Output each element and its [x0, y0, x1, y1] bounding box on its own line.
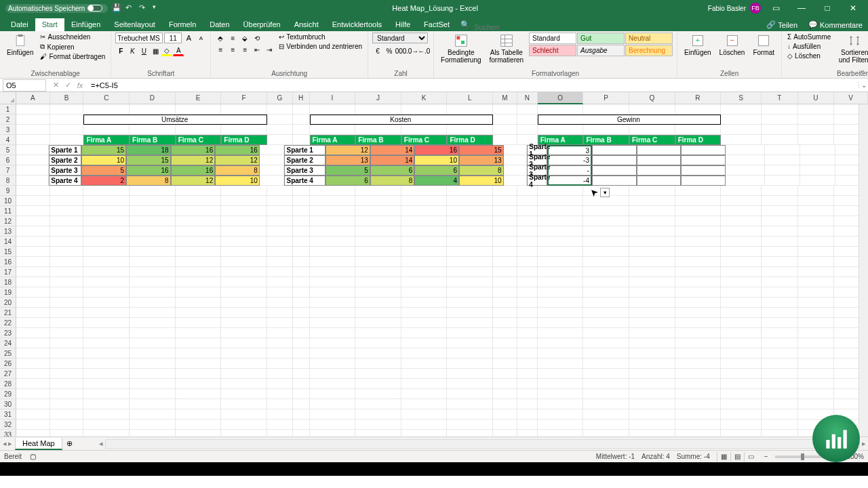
cell[interactable] [293, 348, 310, 359]
cell[interactable] [762, 186, 798, 196]
cell[interactable] [583, 389, 629, 399]
cell[interactable] [16, 318, 50, 328]
cell[interactable] [517, 104, 538, 115]
undo-icon[interactable]: ↶ [125, 3, 135, 13]
cell[interactable] [538, 369, 584, 379]
cell[interactable] [16, 328, 50, 338]
cell[interactable] [675, 420, 722, 430]
italic-button[interactable]: K [127, 45, 138, 56]
cell[interactable] [221, 409, 267, 420]
cell[interactable] [355, 369, 401, 379]
col-header-D[interactable]: D [130, 92, 176, 104]
cell[interactable] [293, 409, 310, 420]
cell[interactable] [221, 389, 267, 399]
cell[interactable] [798, 348, 835, 359]
cell[interactable] [504, 145, 528, 155]
cell[interactable] [221, 125, 267, 135]
cell[interactable] [538, 196, 584, 206]
cell[interactable]: Sparte 3 [284, 165, 326, 176]
clear-button[interactable]: ◇Löschen [786, 52, 832, 60]
ribbon-tab-formeln[interactable]: Formeln [162, 18, 203, 31]
cell[interactable] [675, 267, 722, 277]
cell[interactable] [721, 328, 762, 338]
cell[interactable] [629, 247, 675, 257]
cell[interactable] [629, 237, 675, 247]
cell[interactable] [83, 206, 130, 216]
cell[interactable] [401, 420, 448, 430]
cell[interactable] [798, 359, 835, 369]
cell[interactable] [517, 257, 538, 267]
cell[interactable] [798, 277, 835, 287]
cell[interactable] [310, 389, 356, 399]
row-header-14[interactable]: 14 [0, 237, 16, 247]
ribbon-tab-entwicklertools[interactable]: Entwicklertools [326, 18, 389, 31]
cell[interactable] [221, 369, 267, 379]
cell[interactable] [50, 237, 84, 247]
cell[interactable] [355, 420, 401, 430]
cell[interactable] [176, 287, 222, 298]
cell[interactable] [629, 348, 675, 359]
cell[interactable] [260, 145, 285, 155]
cell[interactable] [517, 308, 538, 318]
cell[interactable] [355, 359, 401, 369]
row-header-31[interactable]: 31 [0, 409, 16, 420]
cell[interactable] [267, 257, 293, 267]
cell[interactable] [798, 135, 835, 145]
cell[interactable] [50, 226, 84, 237]
cell[interactable] [629, 430, 675, 436]
cell[interactable] [293, 135, 310, 145]
cell[interactable] [130, 389, 176, 399]
cell[interactable]: 10 [215, 176, 260, 186]
cell[interactable] [50, 287, 84, 298]
cell[interactable] [675, 298, 722, 308]
cell[interactable] [176, 216, 222, 226]
cell[interactable] [50, 104, 84, 115]
currency-icon[interactable]: € [372, 45, 383, 56]
collapse-ribbon-icon[interactable]: ⌃ [860, 69, 865, 77]
cell[interactable] [675, 338, 722, 348]
format-as-table-button[interactable]: Als Tabelle formatieren [487, 33, 527, 65]
cell[interactable] [538, 287, 584, 298]
thousands-icon[interactable]: 000 [395, 45, 406, 56]
cell[interactable] [16, 389, 50, 399]
cell[interactable] [583, 420, 629, 430]
cell[interactable] [176, 196, 222, 206]
cell[interactable] [681, 145, 726, 155]
cell[interactable] [447, 379, 493, 389]
cell[interactable] [293, 287, 310, 298]
cell[interactable] [447, 247, 493, 257]
cell[interactable] [583, 379, 629, 389]
cell[interactable] [16, 145, 49, 155]
cell[interactable] [83, 226, 130, 237]
format-cells-button[interactable]: Format [750, 33, 777, 58]
cell[interactable]: - [547, 165, 592, 176]
cell[interactable]: 10 [81, 155, 126, 165]
cell[interactable] [762, 369, 798, 379]
cell[interactable] [447, 186, 493, 196]
cell[interactable] [517, 369, 538, 379]
cell[interactable]: -4 [547, 176, 592, 186]
ribbon-tab-einfügen[interactable]: Einfügen [64, 18, 107, 31]
cell[interactable] [267, 338, 293, 348]
cell[interactable]: Sparte 3 [49, 165, 81, 176]
cell[interactable] [629, 186, 675, 196]
cell[interactable] [583, 206, 629, 216]
cell[interactable]: 14 [370, 155, 415, 165]
col-header-G[interactable]: G [267, 92, 293, 104]
align-middle-icon[interactable]: ≡ [227, 33, 238, 43]
bold-button[interactable]: F [115, 45, 126, 56]
sheet-nav-next-icon[interactable]: ▸ [8, 439, 12, 448]
cell[interactable] [538, 308, 584, 318]
cell[interactable] [401, 308, 448, 318]
cell[interactable] [310, 237, 356, 247]
cell[interactable] [16, 379, 50, 389]
cell[interactable] [401, 237, 448, 247]
cell[interactable] [762, 115, 798, 125]
cell[interactable] [293, 389, 310, 399]
cell[interactable] [176, 308, 222, 318]
cell[interactable] [267, 135, 293, 145]
cell[interactable] [310, 430, 356, 436]
cell[interactable] [675, 277, 722, 287]
cell[interactable] [592, 165, 637, 176]
cell[interactable] [50, 399, 84, 409]
